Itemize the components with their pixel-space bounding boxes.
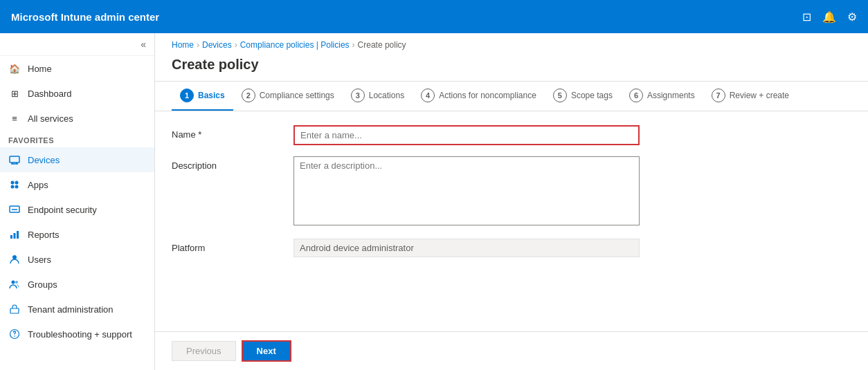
platform-value: Android device administrator [293, 239, 640, 257]
platform-label: Platform [172, 239, 282, 253]
svg-point-15 [15, 281, 18, 284]
svg-rect-11 [14, 233, 16, 239]
sidebar-item-all-services[interactable]: ≡ All services [0, 106, 154, 131]
tab-step-5: 5 [553, 89, 567, 102]
tab-step-6: 6 [629, 89, 643, 102]
sidebar-label-apps: Apps [28, 180, 48, 190]
description-input-wrap [293, 156, 640, 228]
tab-label-locations: Locations [369, 91, 404, 100]
sidebar-label-all-services: All services [28, 113, 73, 124]
breadcrumb-sep-1: › [197, 40, 199, 50]
sidebar-item-groups[interactable]: Groups [0, 272, 154, 297]
page-title: Create policy [155, 54, 868, 81]
tab-basics[interactable]: 1 Basics [172, 82, 233, 111]
tab-label-actions: Actions for noncompliance [439, 91, 536, 100]
sidebar-label-devices: Devices [28, 155, 60, 165]
tab-label-assignments: Assignments [647, 91, 695, 100]
content-area: Home › Devices › Compliance policies | P… [155, 33, 868, 370]
svg-rect-12 [17, 231, 19, 239]
sidebar-item-endpoint-security[interactable]: Endpoint security [0, 197, 154, 222]
wizard-tabs: 1 Basics 2 Compliance settings 3 Locatio… [155, 81, 868, 111]
platform-input-wrap: Android device administrator [293, 239, 640, 257]
remote-icon[interactable]: ⊡ [802, 10, 811, 24]
previous-button: Previous [172, 341, 236, 361]
svg-rect-0 [10, 156, 19, 163]
name-input[interactable] [293, 125, 640, 145]
breadcrumb-compliance[interactable]: Compliance policies | Policies [240, 40, 350, 50]
svg-point-4 [11, 181, 15, 185]
tab-label-compliance: Compliance settings [260, 91, 334, 100]
sidebar-label-reports: Reports [28, 230, 60, 240]
tab-review-create[interactable]: 7 Review + create [703, 82, 797, 111]
settings-icon[interactable]: ⚙ [847, 10, 857, 24]
sidebar-label-endpoint: Endpoint security [28, 205, 97, 215]
favorites-section-label: FAVORITES [0, 131, 154, 147]
breadcrumb-devices[interactable]: Devices [202, 40, 232, 50]
description-label: Description [172, 156, 282, 171]
breadcrumb: Home › Devices › Compliance policies | P… [155, 33, 868, 54]
sidebar-label-troubleshoot: Troubleshooting + support [28, 329, 132, 340]
home-icon: 🏠 [8, 62, 21, 75]
svg-point-14 [12, 281, 15, 284]
form-row-name: Name * [172, 125, 851, 145]
sidebar-item-troubleshooting[interactable]: Troubleshooting + support [0, 322, 154, 346]
sidebar-collapse[interactable]: « [0, 33, 154, 56]
tab-assignments[interactable]: 6 Assignments [621, 82, 703, 111]
tab-step-3: 3 [351, 89, 365, 102]
sidebar-label-groups: Groups [28, 279, 57, 290]
sidebar-item-home[interactable]: 🏠 Home [0, 56, 154, 81]
breadcrumb-current: Create policy [358, 40, 406, 50]
name-input-wrap [293, 125, 640, 145]
svg-rect-10 [10, 235, 12, 239]
tab-locations[interactable]: 3 Locations [343, 82, 413, 111]
endpoint-icon [8, 203, 21, 216]
users-icon [8, 253, 21, 266]
svg-point-7 [15, 185, 19, 189]
sidebar-label-users: Users [28, 255, 51, 265]
apps-icon [8, 178, 21, 191]
sidebar-item-users[interactable]: Users [0, 247, 154, 272]
tab-compliance-settings[interactable]: 2 Compliance settings [233, 82, 343, 111]
tab-label-review: Review + create [730, 91, 789, 100]
topbar: Microsoft Intune admin center ⊡ 🔔 ⚙ [0, 0, 868, 33]
tab-step-7: 7 [712, 89, 725, 102]
svg-point-6 [11, 185, 15, 189]
tab-actions-noncompliance[interactable]: 4 Actions for noncompliance [413, 82, 545, 111]
sidebar-label-tenant: Tenant administration [28, 304, 114, 315]
next-button[interactable]: Next [242, 340, 291, 362]
form-row-platform: Platform Android device administrator [172, 239, 851, 257]
sidebar-label-home: Home [28, 64, 52, 74]
sidebar-item-dashboard[interactable]: ⊞ Dashboard [0, 81, 154, 106]
sidebar-item-devices[interactable]: Devices [0, 147, 154, 172]
troubleshoot-icon [8, 328, 21, 340]
description-input[interactable] [293, 156, 640, 225]
collapse-icon[interactable]: « [141, 39, 146, 50]
tab-scope-tags[interactable]: 5 Scope tags [545, 82, 621, 111]
reports-icon [8, 228, 21, 241]
devices-icon [8, 154, 21, 166]
breadcrumb-sep-3: › [352, 40, 355, 50]
svg-point-13 [12, 255, 17, 259]
sidebar-item-reports[interactable]: Reports [0, 222, 154, 247]
topbar-icons: ⊡ 🔔 ⚙ [802, 10, 857, 24]
sidebar-item-apps[interactable]: Apps [0, 172, 154, 197]
tab-step-4: 4 [421, 89, 435, 102]
form-area: Name * Description Platform Android devi… [155, 111, 868, 331]
name-label: Name * [172, 125, 282, 140]
bell-icon[interactable]: 🔔 [822, 10, 836, 24]
app-title: Microsoft Intune admin center [11, 11, 802, 23]
tab-label-basics: Basics [198, 91, 225, 100]
sidebar: « 🏠 Home ⊞ Dashboard ≡ All services FAVO… [0, 33, 155, 370]
tenant-icon [8, 303, 21, 315]
svg-rect-16 [10, 308, 19, 313]
groups-icon [8, 278, 21, 290]
tab-step-1: 1 [180, 89, 194, 102]
sidebar-label-dashboard: Dashboard [28, 89, 72, 99]
footer: Previous Next [155, 331, 868, 370]
breadcrumb-home[interactable]: Home [172, 40, 194, 50]
form-row-description: Description [172, 156, 851, 228]
breadcrumb-sep-2: › [235, 40, 237, 50]
tab-step-2: 2 [242, 89, 255, 102]
sidebar-item-tenant-admin[interactable]: Tenant administration [0, 297, 154, 322]
dashboard-icon: ⊞ [8, 87, 21, 100]
